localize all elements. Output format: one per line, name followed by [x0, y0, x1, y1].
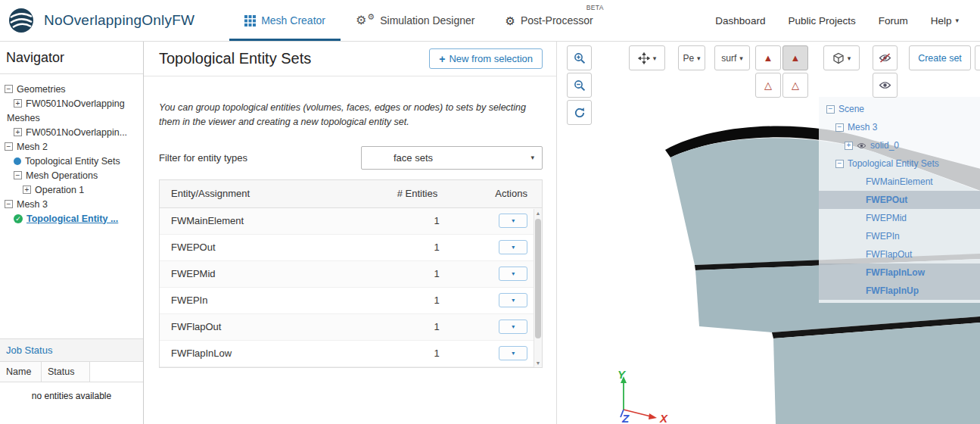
col-entity-assignment: Entity/Assignment: [160, 188, 390, 199]
scroll-up-icon[interactable]: ▲: [534, 210, 542, 216]
gear-small-icon: ⚙: [367, 13, 375, 21]
row-actions-dropdown[interactable]: ▾: [499, 240, 527, 254]
row-actions-dropdown[interactable]: ▾: [499, 214, 527, 228]
render-mode-dropdown[interactable]: surf ▾: [714, 45, 750, 70]
overflow-button[interactable]: [975, 45, 980, 70]
expand-icon[interactable]: +: [14, 128, 22, 136]
new-from-selection-button[interactable]: + New from selection: [429, 48, 543, 69]
topological-entity-sets-panel: Topological Entity Sets + New from selec…: [144, 42, 556, 424]
view-orientation-dropdown[interactable]: ▾: [823, 45, 860, 70]
tree-label: Mesh Operations: [26, 170, 98, 181]
link-public-projects[interactable]: Public Projects: [788, 15, 855, 26]
axis-triad: Y X Z: [618, 368, 668, 424]
scene-tree-item-fwflapout[interactable]: FWFlapOut: [819, 245, 980, 263]
mesh-display-button-2[interactable]: ▲: [782, 45, 808, 70]
caret-down-icon: ▾: [697, 55, 701, 62]
scene-tree-item-fwmainelement[interactable]: FWMainElement: [819, 173, 980, 191]
hide-selection-button[interactable]: [873, 45, 898, 70]
scene-tree-item-mesh-3[interactable]: − Mesh 3: [819, 118, 980, 136]
scene-tree-item-fwflapinlow[interactable]: FWFlapInLow: [819, 263, 980, 282]
create-set-button[interactable]: Create set: [909, 45, 971, 70]
tab-post-processor[interactable]: ⚙ Post-Processor BETA: [490, 0, 608, 41]
tab-mesh-creator[interactable]: Mesh Creator: [229, 0, 341, 41]
entity-type-select[interactable]: face sets ▾: [361, 146, 543, 170]
app-root: NoOverlappingOnlyFW Mesh Creator ⚙⚙ Simu…: [0, 0, 980, 424]
projection-value: Pe: [683, 53, 694, 64]
scene-tree-label: Mesh 3: [848, 122, 877, 132]
link-help[interactable]: Help▾: [931, 15, 959, 26]
collapse-icon[interactable]: −: [5, 200, 13, 208]
zoom-out-button[interactable]: [567, 73, 592, 98]
table-row[interactable]: FWFlapOut 1 ▾: [160, 314, 542, 341]
projection-dropdown[interactable]: Pe ▾: [678, 45, 705, 70]
link-dashboard[interactable]: Dashboard: [715, 15, 765, 26]
row-actions-dropdown[interactable]: ▾: [499, 346, 527, 360]
tree-item-mesh-operations[interactable]: − Mesh Operations: [0, 168, 143, 182]
app-logo[interactable]: [8, 0, 35, 41]
scene-tree-item-solid-0[interactable]: + solid_0: [819, 136, 980, 154]
tab-simulation-designer[interactable]: ⚙⚙ Simulation Designer: [341, 0, 490, 41]
expand-icon[interactable]: +: [845, 142, 853, 150]
tree-item-topological-entity-sets[interactable]: Topological Entity Sets: [0, 154, 143, 168]
table-row[interactable]: FWFlapInLow 1 ▾: [160, 341, 542, 367]
zoom-in-button[interactable]: [567, 45, 592, 70]
panel-header: Topological Entity Sets + New from selec…: [144, 42, 556, 76]
caret-down-icon: ▾: [530, 154, 534, 161]
collapse-icon[interactable]: −: [835, 123, 844, 132]
tree-item-geometries[interactable]: − Geometries: [0, 82, 143, 96]
zoom-out-icon: [574, 80, 586, 92]
entity-sets-table: Entity/Assignment # Entities Actions FWM…: [159, 179, 543, 368]
scene-tree-label: FWFlapOut: [866, 249, 912, 260]
reset-view-button[interactable]: [567, 100, 592, 125]
collapse-icon[interactable]: −: [5, 142, 13, 151]
caret-down-icon: ▾: [739, 55, 743, 62]
tree-item-topological-entity-sets-selected[interactable]: ✓ Topological Entity ...: [0, 211, 143, 226]
table-row[interactable]: FWEPMid 1 ▾: [160, 261, 542, 288]
navigator-panel: Navigator − Geometries + FW0501NoOverlap…: [0, 42, 144, 424]
expand-icon[interactable]: +: [14, 99, 22, 108]
tree-item-mesh-fw0501[interactable]: + FW0501NoOverlappin...: [0, 125, 143, 139]
visibility-eye-icon[interactable]: [857, 142, 866, 149]
tree-item-mesh-3[interactable]: − Mesh 3: [0, 197, 143, 211]
show-selection-button[interactable]: [873, 73, 898, 98]
row-actions-dropdown[interactable]: ▾: [499, 267, 527, 281]
tab-label: Simulation Designer: [380, 14, 474, 26]
pan-mode-button[interactable]: ▾: [629, 45, 665, 70]
tab-label: Post-Processor: [521, 14, 593, 26]
tree-item-operation-1[interactable]: + Operation 1: [0, 182, 143, 197]
mesh-wireframe-button-2[interactable]: △: [782, 73, 808, 98]
tree-item-meshes[interactable]: Meshes: [0, 111, 143, 125]
table-scrollbar[interactable]: ▲ ▼: [534, 209, 542, 367]
triangle-filled-icon: ▲: [764, 53, 773, 63]
collapse-icon[interactable]: −: [14, 171, 22, 179]
caret-down-icon: ▾: [955, 17, 959, 24]
collapse-icon[interactable]: −: [826, 105, 835, 114]
scene-tree-item-scene[interactable]: − Scene: [819, 100, 980, 118]
table-row[interactable]: FWMainElement 1 ▾: [160, 208, 542, 235]
collapse-icon[interactable]: −: [5, 85, 13, 93]
job-col-spacer: [90, 362, 143, 382]
expand-icon[interactable]: +: [23, 186, 31, 194]
mesh-display-button-1[interactable]: ▲: [755, 45, 781, 70]
table-row[interactable]: FWEPOut 1 ▾: [160, 235, 542, 261]
tree-item-mesh-2[interactable]: − Mesh 2: [0, 139, 143, 154]
link-forum[interactable]: Forum: [879, 15, 908, 26]
scene-tree-item-fwepin[interactable]: FWEPIn: [819, 227, 980, 245]
collapse-icon[interactable]: −: [835, 160, 844, 168]
wing-flap[interactable]: [773, 323, 980, 424]
job-status-header[interactable]: Job Status: [0, 338, 143, 362]
scene-tree-item-topological-entity-sets[interactable]: − Topological Entity Sets: [819, 154, 980, 173]
tree-item-geometry-fw0501[interactable]: + FW0501NoOverlapping: [0, 96, 143, 111]
table-row[interactable]: FWEPIn 1 ▾: [160, 288, 542, 314]
mesh-wireframe-button-1[interactable]: △: [755, 73, 781, 98]
scene-tree-item-fwepmid[interactable]: FWEPMid: [819, 209, 980, 227]
caret-down-icon: ▾: [653, 55, 657, 62]
row-actions-dropdown[interactable]: ▾: [499, 293, 527, 307]
row-actions-dropdown[interactable]: ▾: [499, 320, 527, 334]
scene-tree-item-fwepout[interactable]: FWEPOut: [819, 191, 980, 209]
scroll-down-icon[interactable]: ▼: [534, 360, 542, 366]
scrollbar-thumb[interactable]: [535, 219, 541, 338]
scene-tree-item-fwflapinup[interactable]: FWFlapInUp: [819, 282, 980, 300]
col-actions: Actions: [484, 188, 542, 199]
entity-count: 1: [390, 215, 484, 226]
